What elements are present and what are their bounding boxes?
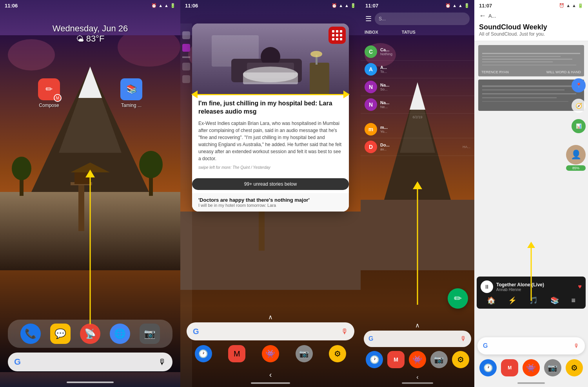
sc-album-1[interactable]: TERENCE RYAN WILL WORD & HAND [478, 45, 584, 76]
p3-left-bottom: ∧ G 🎙 🕐 M 👾 📷 ⚙ ‹ [361, 322, 474, 387]
p2-back-icon[interactable]: ‹ [269, 370, 272, 379]
phone-panel-1: 11:06 ⏰ ▲ ▲ 🔋 [0, 0, 180, 387]
email-item-6[interactable]: D Do... av... HA... [361, 138, 474, 156]
p3-search-bar[interactable]: G 🎙 [364, 331, 471, 347]
avatar-d: D [365, 141, 377, 153]
preview-3: So... [380, 87, 470, 91]
p2-home-indicator [251, 382, 290, 384]
sc-side-map[interactable]: 📍 [572, 78, 586, 92]
signal-icon-2: ▲ [339, 3, 343, 8]
sc-back-nav[interactable]: ← A... [479, 12, 583, 20]
status-icons-1: ⏰ ▲ ▲ 🔋 [151, 3, 176, 8]
p2-dock-reddit[interactable]: 👾 [262, 345, 279, 362]
p3-mic-icon[interactable]: 🎙 [460, 335, 466, 342]
p3-dock-camera[interactable]: 📷 [430, 351, 448, 368]
email-item-4[interactable]: N Na... Ne... [361, 96, 474, 114]
compose-label: Compose [39, 103, 59, 108]
p2-dock-gmail[interactable]: M [228, 345, 245, 362]
email-item-5[interactable]: m m... Yo... [361, 121, 474, 138]
p2-side-icon-2 [182, 44, 190, 52]
status-time-2: 11:06 [185, 3, 198, 9]
email-item-3[interactable]: N Na... So... [361, 78, 474, 96]
news-widget[interactable]: I'm fine, just chilling in my hospital b… [192, 24, 349, 212]
p3-dock-settings[interactable]: ⚙ [452, 351, 469, 368]
p2-dock-clock[interactable]: 🕐 [195, 345, 212, 362]
battery-icon-3: 🔋 [464, 3, 470, 8]
preview-6: av... [380, 147, 463, 151]
sc-dock-clock[interactable]: 🕐 [479, 359, 497, 376]
sc-side-nav[interactable]: 🧭 [572, 99, 586, 113]
sc-track-info: Together Alone (Live) Annab Hlenne [496, 282, 575, 292]
pause-icon: ⏸ [484, 284, 490, 290]
sc-menu-nav[interactable]: ≡ [572, 297, 576, 305]
svg-rect-33 [243, 72, 298, 84]
album-artist-left: TERENCE RYAN [481, 70, 509, 74]
p3-arrow-head [413, 181, 422, 189]
dock-radio[interactable]: 📡 [80, 324, 100, 344]
p3-google-logo: G [368, 335, 373, 342]
gmail-menu-icon[interactable]: ☰ [365, 14, 372, 23]
sc-user-avatar-area: 👤 85% [566, 145, 586, 171]
dock-phone[interactable]: 📞 [20, 324, 41, 344]
album-artist-right: WILL WORD & HAND [546, 70, 581, 74]
status-icons-sc: ⏰ ▲ ▲ 🔋 [559, 3, 583, 8]
p2-left-overlay [180, 24, 192, 387]
sc-mic-icon[interactable]: 🎙 [574, 343, 579, 349]
preview-5: Yo... [380, 130, 470, 134]
email-item-1[interactable]: C Ca... Nothing [361, 43, 474, 61]
sender-2: A... [380, 65, 470, 70]
time-6: HA... [463, 145, 470, 149]
wifi-icon-3: ▲ [458, 3, 463, 8]
taming-icon-bg[interactable]: 📚 [120, 78, 142, 100]
p3-dock-reddit[interactable]: 👾 [409, 351, 426, 368]
gmail-search-box[interactable]: S... [375, 13, 470, 25]
email-item-2[interactable]: A A... To... [361, 61, 474, 78]
sc-dock-settings[interactable]: ⚙ [566, 359, 583, 376]
svg-rect-34 [310, 63, 329, 94]
back-arrow-icon[interactable]: ← [479, 12, 486, 20]
signal-icon: ▲ [158, 3, 163, 8]
signal-icon-3: ▲ [452, 3, 457, 8]
sender-5: m... [380, 125, 470, 130]
sc-album-2[interactable] [478, 80, 584, 111]
news-image [192, 24, 349, 94]
google-assistant-icon[interactable]: 🎙 [158, 358, 166, 367]
sc-play-pause-btn[interactable]: ⏸ [481, 280, 493, 293]
p3-dock-clock[interactable]: 🕐 [366, 351, 383, 368]
p3-arrow-line [417, 187, 418, 305]
sc-heart-icon[interactable]: ♥ [578, 283, 582, 290]
dock-camera[interactable]: 📷 [140, 324, 160, 344]
news-app-icon [328, 27, 346, 44]
sc-search-bar[interactable]: G 🎙 [477, 337, 585, 354]
news-unread-button[interactable]: 99+ unread stories below [192, 178, 349, 190]
app-compose[interactable]: ✏ M Compose [38, 78, 60, 108]
sc-dock-gmail[interactable]: M [501, 359, 518, 376]
p3-nav-back[interactable]: ‹ [361, 374, 474, 381]
wifi-icon: ▲ [164, 3, 169, 8]
p2-dock-settings[interactable]: ⚙ [329, 345, 346, 362]
p2-dock-camera[interactable]: 📷 [296, 345, 313, 362]
sc-dock-reddit[interactable]: 👾 [523, 359, 540, 376]
sc-library-nav[interactable]: 📚 [550, 296, 559, 305]
status-icons-3: ⏰ ▲ ▲ 🔋 [445, 3, 470, 8]
svg-rect-57 [482, 101, 568, 102]
svg-rect-52 [478, 80, 584, 111]
news-second-story[interactable]: 'Doctors are happy that there's nothing … [192, 193, 349, 212]
sc-side-chart[interactable]: 📊 [572, 119, 586, 133]
alarm-icon-2: ⏰ [332, 3, 337, 8]
dock-chrome[interactable]: 🌐 [110, 324, 130, 344]
status-bar-3: 11:07 ⏰ ▲ ▲ 🔋 [361, 0, 474, 11]
p2-mic-icon[interactable]: 🎙 [341, 327, 348, 336]
sc-dock-camera[interactable]: 📷 [544, 359, 561, 376]
home-search-bar[interactable]: G 🎙 [8, 353, 172, 371]
fab-compose[interactable]: ✏ [448, 288, 468, 309]
p2-search-bar[interactable]: G 🎙 [187, 322, 354, 340]
svg-point-1 [8, 39, 55, 71]
sc-home-nav[interactable]: 🏠 [487, 296, 495, 305]
compose-icon-bg[interactable]: ✏ M [38, 78, 60, 100]
sc-flash-nav[interactable]: ⚡ [508, 296, 517, 305]
p3-dock-gmail[interactable]: M [387, 351, 405, 368]
app-taming[interactable]: 📚 Taming ... [120, 78, 142, 108]
dock-messages[interactable]: 💬 [50, 324, 71, 344]
google-logo: G [14, 357, 21, 367]
